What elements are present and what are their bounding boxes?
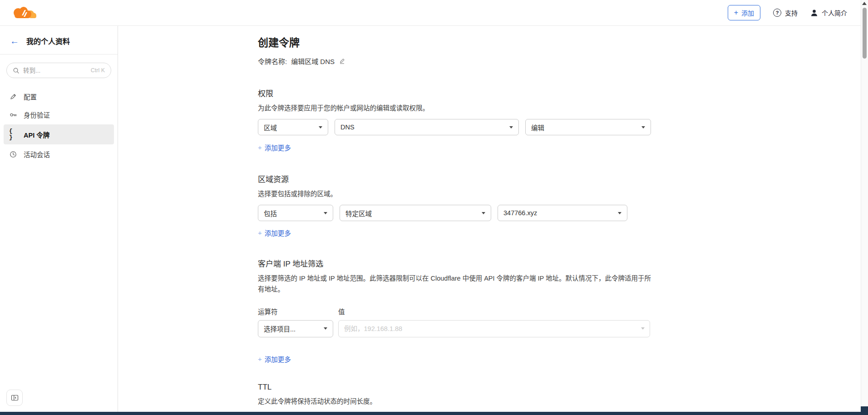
value-label: 值 — [338, 306, 345, 316]
zone-resources-add-more-link[interactable]: + 添加更多 — [258, 228, 291, 237]
sidebar-menu: 配置 身份验证 { } API 令牌 — [0, 87, 118, 163]
back-arrow-icon[interactable]: ← — [10, 36, 19, 45]
sidebar-item-preferences[interactable]: 配置 — [4, 88, 114, 105]
sidebar-item-label: 身份验证 — [24, 110, 50, 119]
operator-label: 运算符 — [258, 306, 338, 316]
scrollbar-thumb[interactable] — [863, 8, 867, 59]
chevron-down-icon — [482, 212, 485, 214]
search-shortcut: Ctrl K — [91, 67, 105, 74]
zone-type-select[interactable]: 特定区域 — [340, 205, 491, 221]
sidebar-search[interactable]: Ctrl K — [6, 63, 111, 78]
sidebar-item-label: 活动会话 — [24, 149, 50, 159]
vertical-scrollbar[interactable] — [861, 0, 868, 415]
zone-name-select[interactable]: 347766.xyz — [498, 205, 627, 221]
scrollbar-corner — [861, 406, 868, 415]
chevron-down-icon — [319, 126, 322, 128]
token-name-row: 令牌名称: 编辑区域 DNS — [258, 56, 654, 66]
operator-select[interactable]: 选择项目... — [258, 320, 333, 337]
ip-value-input[interactable] — [338, 320, 650, 337]
sidebar-item-label: 配置 — [24, 92, 37, 101]
chevron-down-icon — [641, 126, 645, 128]
sidebar-title: 我的个人资料 — [26, 35, 70, 46]
permissions-section: 权限 为此令牌选择要应用于您的帐户或网站的编辑或读取权限。 区域 DNS 编辑 … — [258, 87, 654, 152]
chevron-down-icon — [509, 126, 513, 128]
sidebar-divider — [0, 54, 118, 54]
ttl-description: 定义此令牌将保持活动状态的时间长度。 — [258, 396, 654, 407]
person-icon — [810, 9, 818, 17]
permissions-select-row: 区域 DNS 编辑 — [258, 119, 654, 135]
cloudflare-logo[interactable] — [11, 5, 37, 21]
top-bar-actions: + 添加 ? 支持 个人简介 — [728, 5, 847, 20]
permissions-description: 为此令牌选择要应用于您的帐户或网站的编辑或读取权限。 — [258, 103, 654, 114]
add-button[interactable]: + 添加 — [728, 5, 760, 20]
plus-icon: + — [258, 143, 262, 151]
token-name-label: 令牌名称: — [258, 56, 287, 66]
zone-resources-description: 选择要包括或排除的区域。 — [258, 189, 654, 199]
panel-collapse-icon — [11, 394, 19, 401]
operator-value: 选择项目... — [264, 324, 296, 333]
permission-scope-select[interactable]: 区域 — [258, 119, 328, 135]
ip-filtering-input-row: 选择项目... — [258, 320, 654, 337]
ttl-heading: TTL — [258, 383, 654, 392]
profile-menu[interactable]: 个人简介 — [810, 8, 847, 17]
sidebar-item-api-tokens[interactable]: { } API 令牌 — [4, 124, 114, 144]
token-name-value: 编辑区域 DNS — [291, 56, 335, 66]
braces-icon: { } — [9, 128, 17, 141]
zone-resources-select-row: 包括 特定区域 347766.xyz — [258, 205, 654, 221]
permission-level-select[interactable]: 编辑 — [525, 119, 651, 135]
key-icon — [9, 111, 17, 119]
add-more-label: 添加更多 — [265, 354, 291, 364]
bottom-bar — [0, 412, 868, 415]
permission-level-value: 编辑 — [531, 123, 544, 132]
plus-icon: + — [258, 355, 262, 363]
plus-icon: + — [734, 9, 738, 16]
ip-filtering-section: 客户端 IP 地址筛选 选择要筛选的 IP 地址或 IP 地址范围。此筛选器限制… — [258, 257, 654, 363]
zone-type-value: 特定区域 — [345, 208, 372, 218]
plus-icon: + — [258, 229, 262, 237]
zone-include-value: 包括 — [264, 208, 277, 218]
chevron-down-icon — [324, 327, 327, 330]
ip-filtering-labels: 运算符 值 — [258, 306, 654, 316]
permission-group-select[interactable]: DNS — [335, 119, 519, 135]
page-title: 创建令牌 — [258, 34, 654, 49]
sidebar-item-authentication[interactable]: 身份验证 — [4, 106, 114, 123]
support-label: 支持 — [785, 8, 798, 17]
sidebar-item-label: API 令牌 — [24, 130, 49, 139]
clock-icon — [9, 151, 17, 158]
sidebar-header: ← 我的个人资料 — [0, 26, 118, 54]
ttl-section: TTL 定义此令牌将保持活动状态的时间长度。 Start Date → End … — [258, 383, 654, 415]
ip-filtering-heading: 客户端 IP 地址筛选 — [258, 257, 654, 269]
search-input[interactable] — [23, 67, 87, 74]
add-more-label: 添加更多 — [265, 143, 291, 152]
ip-filtering-description: 选择要筛选的 IP 地址或 IP 地址范围。此筛选器限制可以在 Cloudfla… — [258, 273, 654, 294]
main-content: 创建令牌 令牌名称: 编辑区域 DNS 权限 为此令牌选择要应用于您的帐户或网站… — [258, 26, 654, 415]
top-bar: + 添加 ? 支持 个人简介 — [0, 0, 868, 26]
permissions-add-more-link[interactable]: + 添加更多 — [258, 143, 291, 152]
chevron-down-icon — [324, 212, 327, 214]
edit-token-name-icon[interactable] — [339, 58, 345, 64]
support-menu[interactable]: ? 支持 — [773, 8, 798, 17]
profile-label: 个人简介 — [822, 8, 847, 17]
scrollbar-up-arrow-icon[interactable] — [862, 2, 867, 5]
sidebar-item-active-sessions[interactable]: 活动会话 — [4, 146, 114, 163]
collapse-sidebar-button[interactable] — [6, 390, 23, 406]
zone-resources-heading: 区域资源 — [258, 173, 654, 184]
zone-include-select[interactable]: 包括 — [258, 205, 333, 221]
permission-group-value: DNS — [340, 124, 355, 131]
chevron-down-icon — [618, 212, 621, 214]
permissions-heading: 权限 — [258, 87, 654, 99]
ip-filtering-add-more-link[interactable]: + 添加更多 — [258, 354, 291, 364]
help-icon: ? — [773, 9, 781, 17]
permission-scope-value: 区域 — [264, 123, 277, 132]
add-button-label: 添加 — [741, 8, 754, 17]
add-more-label: 添加更多 — [265, 228, 291, 237]
cloudflare-cloud-icon — [11, 5, 37, 21]
zone-name-value: 347766.xyz — [503, 209, 537, 217]
chevron-down-icon — [641, 327, 645, 330]
page: + 添加 ? 支持 个人简介 ← 我的个人资料 — [0, 0, 868, 415]
ip-value-field-wrap — [338, 320, 650, 337]
sidebar: ← 我的个人资料 Ctrl K 配置 — [0, 26, 118, 412]
zone-resources-section: 区域资源 选择要包括或排除的区域。 包括 特定区域 347766.xyz + 添 — [258, 173, 654, 237]
pencil-icon — [9, 93, 17, 100]
search-icon — [13, 67, 20, 74]
